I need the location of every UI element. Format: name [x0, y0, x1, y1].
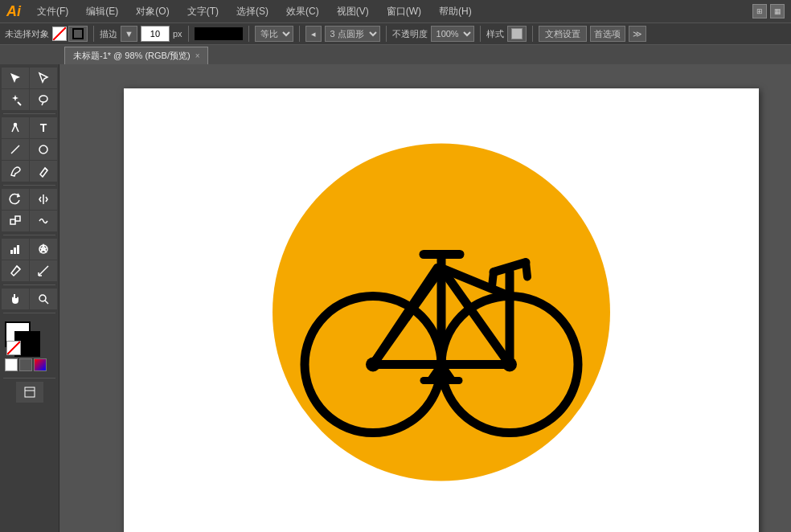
- menu-text[interactable]: 文字(T): [182, 3, 223, 20]
- toolbar: T: [0, 64, 59, 532]
- svg-point-3: [14, 124, 17, 126]
- svg-rect-20: [25, 387, 35, 397]
- line-tool[interactable]: [2, 139, 29, 160]
- scale-tool[interactable]: [2, 211, 29, 231]
- doc-settings-btn[interactable]: 文档设置: [539, 26, 587, 42]
- tool-row-8: [2, 239, 57, 260]
- separator-6: [480, 26, 481, 42]
- gradient-swatch[interactable]: [34, 358, 47, 371]
- menu-edit[interactable]: 编辑(E): [81, 3, 123, 20]
- opacity-select[interactable]: 100%: [431, 26, 474, 42]
- tool-sep-2: [3, 185, 55, 186]
- tab-label: 未标题-1* @ 98% (RGB/预览): [73, 50, 191, 62]
- pen-tool[interactable]: [2, 117, 29, 138]
- svg-rect-12: [17, 245, 19, 254]
- style-swatch[interactable]: [507, 26, 527, 42]
- gray-swatch[interactable]: [19, 358, 32, 371]
- separator-1: [93, 26, 94, 42]
- style-label: 样式: [486, 28, 504, 40]
- tool-row-6: [2, 189, 57, 210]
- pencil-tool[interactable]: [30, 161, 57, 182]
- stroke-label: 描边: [100, 28, 117, 40]
- svg-point-1: [39, 96, 47, 102]
- white-swatch[interactable]: [5, 358, 18, 371]
- handlebar-drop-left: [492, 272, 494, 287]
- tab-close-btn[interactable]: ×: [195, 51, 200, 60]
- no-selection-label: 未选择对象: [5, 28, 49, 40]
- layout-icon[interactable]: ▦: [770, 4, 785, 18]
- document-tab[interactable]: 未标题-1* @ 98% (RGB/预览) ×: [64, 47, 208, 64]
- tool-row-7: [2, 211, 57, 231]
- app-logo: Ai: [6, 3, 21, 20]
- extra-options-btn[interactable]: ≫: [629, 26, 646, 42]
- extra-swatches: [5, 358, 54, 371]
- artboard-tool[interactable]: [16, 382, 43, 403]
- stroke-proportion-select[interactable]: 等比: [255, 26, 293, 42]
- eyedropper-tool[interactable]: [2, 260, 29, 281]
- stroke-width-input[interactable]: 10: [141, 26, 170, 42]
- color-section: [2, 318, 57, 374]
- stroke-swatch-group: [52, 26, 88, 42]
- svg-line-19: [45, 301, 48, 304]
- hand-tool[interactable]: [2, 289, 29, 309]
- title-bar: Ai 文件(F) 编辑(E) 对象(O) 文字(T) 选择(S) 效果(C) 视…: [0, 0, 791, 23]
- separator-2: [188, 26, 189, 42]
- dot-count-btn[interactable]: ◂: [305, 26, 322, 42]
- magic-wand-tool[interactable]: [2, 89, 29, 110]
- ellipse-tool[interactable]: [30, 139, 57, 160]
- tool-sep-5: [3, 313, 55, 313]
- svg-line-0: [18, 102, 21, 105]
- measure-tool[interactable]: [30, 260, 57, 281]
- opacity-label: 不透明度: [392, 28, 428, 40]
- color-swatches: [5, 321, 40, 357]
- menu-window[interactable]: 窗口(W): [382, 3, 426, 20]
- mirror-tool[interactable]: [30, 189, 57, 210]
- menu-object[interactable]: 对象(O): [131, 3, 174, 20]
- warp-tool[interactable]: [30, 211, 57, 231]
- rotate-tool[interactable]: [2, 189, 29, 210]
- window-controls: ⊞ ▦: [752, 4, 785, 18]
- tool-sep-1: [3, 113, 55, 114]
- tool-row-3: T: [2, 117, 57, 138]
- separator-3: [248, 26, 249, 42]
- tab-bar: 未标题-1* @ 98% (RGB/预览) ×: [0, 45, 791, 64]
- stroke-down-btn[interactable]: ▼: [121, 26, 137, 42]
- menu-select[interactable]: 选择(S): [232, 3, 273, 20]
- zoom-tool[interactable]: [30, 289, 57, 309]
- bicycle-svg: [264, 136, 618, 489]
- graph-tool[interactable]: [2, 239, 29, 260]
- tool-row-1: [2, 68, 57, 88]
- canvas-area: [59, 64, 791, 532]
- text-tool[interactable]: T: [30, 117, 57, 138]
- svg-line-15: [39, 266, 48, 276]
- select-tool[interactable]: [2, 68, 29, 88]
- svg-line-14: [17, 266, 20, 269]
- artboard-tool-row: [2, 382, 57, 403]
- dot-shape-select[interactable]: 3 点圆形: [325, 26, 380, 42]
- svg-point-18: [39, 295, 46, 301]
- prefs-btn[interactable]: 首选项: [590, 26, 625, 42]
- menu-file[interactable]: 文件(F): [32, 3, 73, 20]
- separator-5: [386, 26, 387, 42]
- lasso-tool[interactable]: [30, 89, 57, 110]
- menu-help[interactable]: 帮助(H): [434, 3, 477, 20]
- handlebar-drop-right: [526, 263, 527, 277]
- tool-row-2: [2, 89, 57, 110]
- fill-none-swatch[interactable]: [52, 27, 67, 41]
- menu-view[interactable]: 视图(V): [332, 3, 374, 20]
- stroke-unit-label: px: [173, 29, 182, 39]
- tool-row-4: [2, 139, 57, 160]
- separator-7: [532, 26, 533, 42]
- stroke-color-box[interactable]: [68, 26, 88, 42]
- none-swatch[interactable]: [6, 341, 21, 355]
- tool-sep-3: [3, 235, 55, 235]
- svg-point-5: [39, 145, 47, 153]
- menu-effect[interactable]: 效果(C): [281, 3, 324, 20]
- chart-tool[interactable]: [30, 239, 57, 260]
- direct-select-tool[interactable]: [30, 68, 57, 88]
- control-bar: 未选择对象 描边 ▼ 10 px 等比 ◂ 3 点圆形 不透明度 100% 样式…: [0, 23, 791, 45]
- arrange-icon[interactable]: ⊞: [752, 4, 767, 18]
- svg-line-6: [45, 168, 47, 170]
- paint-tool[interactable]: [2, 161, 29, 182]
- svg-rect-11: [14, 248, 16, 254]
